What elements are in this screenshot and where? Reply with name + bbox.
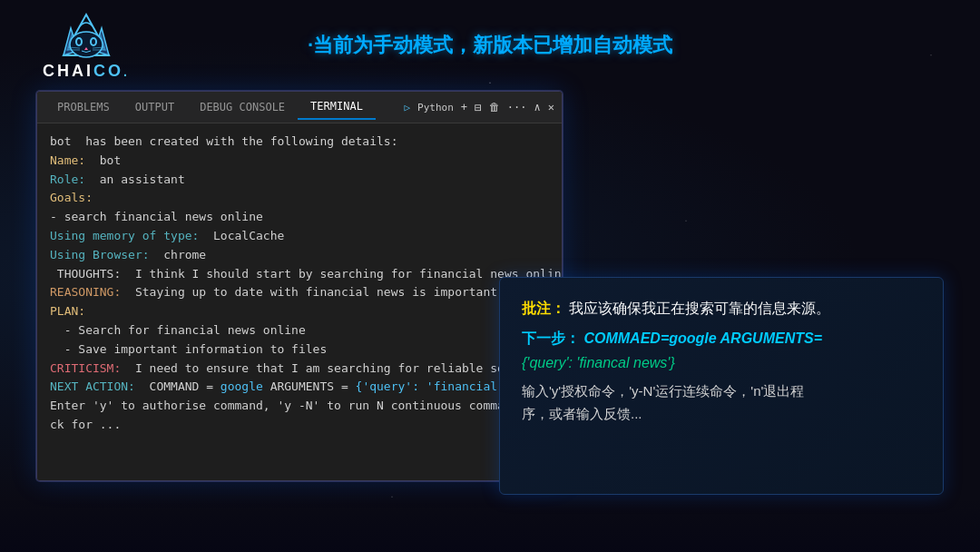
annotation-label: 批注： <box>522 301 565 316</box>
logo-area: CHAICO. <box>27 10 145 81</box>
tab-terminal[interactable]: TERMINAL <box>298 94 376 120</box>
chaico-logo-icon <box>54 10 118 60</box>
tab-output[interactable]: OUTPUT <box>122 95 187 120</box>
terminal-line-next-action: NEXT ACTION: COMMAND = google ARGUMENTS … <box>50 378 549 397</box>
terminal-line-browser: Using Browser: chrome <box>50 246 549 265</box>
collapse-btn[interactable]: ∧ <box>534 101 541 113</box>
tab-debug-console[interactable]: DEBUG CONSOLE <box>187 95 298 120</box>
annotation-body: 我应该确保我正在搜索可靠的信息来源。 <box>569 301 830 316</box>
annotation-panel: 批注： 我应该确保我正在搜索可靠的信息来源。 下一步： COMMAED=goog… <box>499 277 944 495</box>
svg-point-9 <box>92 39 95 44</box>
python-label: Python <box>417 102 454 113</box>
terminal-line-memory: Using memory of type: LocalCache <box>50 227 549 246</box>
terminal-line-plan2: - Save important information to files <box>50 340 549 360</box>
annotation-instruction: 输入'y'授权命令，'y-N'运行连续命令，'n'退出程序，或者输入反馈... <box>522 380 921 426</box>
delete-terminal-btn[interactable]: 🗑 <box>489 101 500 113</box>
terminal-line-plan: PLAN: <box>50 302 549 321</box>
terminal-line-role: Role: an assistant <box>50 171 549 190</box>
tab-actions: ▷ Python + ⊟ 🗑 ··· ∧ ✕ <box>404 101 554 114</box>
terminal-line-enter1: Enter 'y' to authorise command, 'y -N' t… <box>50 397 549 416</box>
terminal-run-icon: ▷ <box>404 102 410 113</box>
terminal-line-name: Name: bot <box>50 152 549 171</box>
terminal-line-goals: Goals: <box>50 189 549 208</box>
vscode-terminal-panel: PROBLEMS OUTPUT DEBUG CONSOLE TERMINAL ▷… <box>36 91 563 481</box>
svg-point-8 <box>77 39 81 44</box>
logo-text: CHAICO. <box>43 62 130 81</box>
annotation-args: {'query': 'financal news'} <box>522 355 675 370</box>
annotation-command: COMMAED=google ARGUMENTS= <box>583 330 822 346</box>
more-options-btn[interactable]: ··· <box>507 101 527 113</box>
terminal-line-goal1: - search financial news online <box>50 208 549 227</box>
terminal-line-1: bot has been created with the following … <box>50 133 549 152</box>
bottom-overlay <box>0 498 980 552</box>
terminal-line-reasoning: REASONING: Staying up to date with finan… <box>50 283 549 302</box>
svg-point-5 <box>70 32 103 57</box>
next-label: 下一步： <box>522 330 580 346</box>
terminal-line-enter2: ck for ... <box>50 416 549 435</box>
close-panel-btn[interactable]: ✕ <box>548 101 554 113</box>
annotation-line3: {'query': 'financal news'} <box>522 350 921 375</box>
terminal-line-criticism: CRITICISM: I need to ensure that I am se… <box>50 360 549 379</box>
add-terminal-btn[interactable]: + <box>461 101 467 113</box>
tab-bar: PROBLEMS OUTPUT DEBUG CONSOLE TERMINAL ▷… <box>37 92 562 123</box>
annotation-line2: 下一步： COMMAED=google ARGUMENTS= <box>522 326 921 350</box>
annotation-line1: 批注： 我应该确保我正在搜索可靠的信息来源。 <box>522 296 921 320</box>
header: CHAICO. ·当前为手动模式，新版本已增加自动模式 <box>0 0 980 91</box>
tab-problems[interactable]: PROBLEMS <box>44 95 122 120</box>
header-title: ·当前为手动模式，新版本已增加自动模式 <box>308 32 672 59</box>
terminal-line-thoughts: THOUGHTS: I think I should start by sear… <box>50 265 549 284</box>
terminal-line-plan1: - Search for financial news online <box>50 321 549 340</box>
split-terminal-btn[interactable]: ⊟ <box>475 101 482 114</box>
annotation-text: 批注： 我应该确保我正在搜索可靠的信息来源。 下一步： COMMAED=goog… <box>522 296 921 426</box>
terminal-content: bot has been created with the following … <box>37 123 562 480</box>
